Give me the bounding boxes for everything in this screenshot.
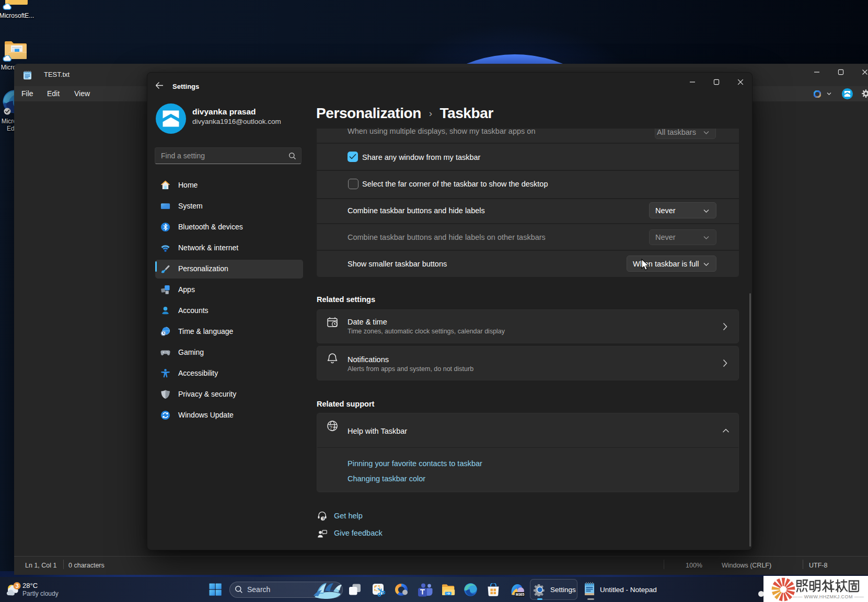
svg-text:?: ? [330,424,332,430]
svg-text:?: ? [322,516,325,521]
svg-text:M365: M365 [516,593,525,596]
svg-text:3: 3 [16,583,19,589]
